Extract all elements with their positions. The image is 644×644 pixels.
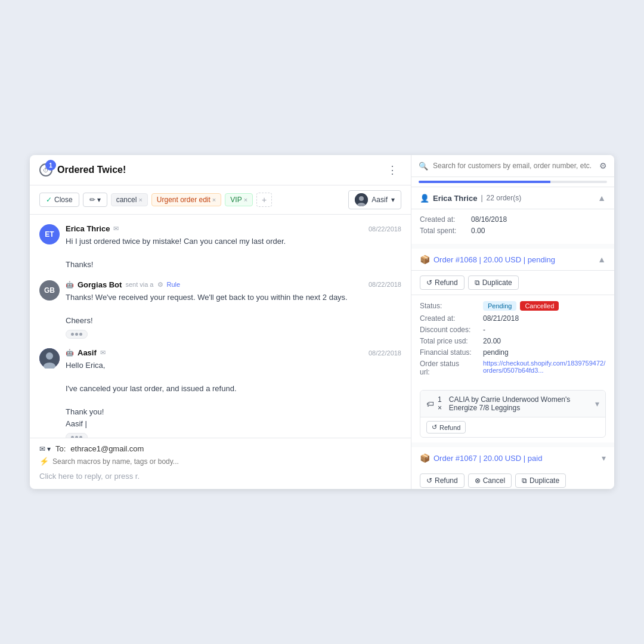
aasif-email-icon: ✉ xyxy=(100,349,106,357)
progress-fill xyxy=(419,181,550,183)
customer-name[interactable]: Erica Thrice xyxy=(433,194,477,203)
email-icon-btn: ✉ xyxy=(39,445,45,453)
order-url-link-1068[interactable]: https://checkout.shopify.com/1839759472/… xyxy=(483,360,606,374)
customer-panel: 🔍 ⚙ 👤 Erica Thrice | 22 order(s) ▲ xyxy=(411,155,614,489)
bot-time: 08/22/2018 xyxy=(369,281,401,288)
settings-icon[interactable]: ⚙ xyxy=(599,161,607,171)
product-info-1068: 🏷 1 × CALIA by Carrie Underwood Women's … xyxy=(426,395,595,412)
badge-cancelled-1068: Cancelled xyxy=(520,301,559,311)
refund-label-1068: Refund xyxy=(435,278,458,287)
order-1068-duplicate-button[interactable]: ⧉ Duplicate xyxy=(468,275,519,290)
order-1067-link[interactable]: Order #1067 | 20.00 USD | paid xyxy=(434,454,542,463)
email-type-button[interactable]: ✉ ▾ xyxy=(39,445,51,453)
erica-email-icon: ✉ xyxy=(113,225,119,233)
order-1067-cancel-button[interactable]: ⊗ Cancel xyxy=(468,473,512,488)
total-spent-value: 0.00 xyxy=(471,227,485,235)
check-icon: ✓ xyxy=(46,196,52,204)
total-spent-label: Total spent: xyxy=(420,227,467,235)
search-icon: 🔍 xyxy=(419,162,428,171)
macro-search-input[interactable] xyxy=(52,457,401,466)
order-url-label-1068: Order statusurl: xyxy=(420,360,479,376)
aasif-name: Aasif xyxy=(78,348,97,357)
aasif-time: 08/22/2018 xyxy=(369,349,401,357)
pencil-icon: ✏ xyxy=(89,196,95,204)
product-collapse-button-1068[interactable]: ▾ xyxy=(595,399,599,408)
customer-orders-count: 22 order(s) xyxy=(487,194,522,202)
message-bot: GB 🤖 Gorgias Bot sent via a ⚙ Rule 08/22… xyxy=(39,280,401,339)
aasif-message-body: 🤖 Aasif ✉ 08/22/2018 Hello Erica, I've c… xyxy=(66,348,401,438)
edit-button[interactable]: ✏ ▾ xyxy=(83,193,107,207)
refund-icon-1067: ↺ xyxy=(426,476,432,485)
conversation-panel: ⏱ 1 Ordered Twice! ⋮ ✓ Close ✏ ▾ cancel … xyxy=(30,155,411,489)
erica-avatar: ET xyxy=(39,224,60,244)
total-spent-row: Total spent: 0.00 xyxy=(420,227,606,235)
close-button[interactable]: ✓ Close xyxy=(39,193,79,207)
created-at-row-1068: Created at: 08/21/2018 xyxy=(420,314,606,323)
macro-row: ⚡ xyxy=(39,457,401,466)
order-1067-refund-button[interactable]: ↺ Refund xyxy=(420,473,465,488)
duplicate-label-1068: Duplicate xyxy=(482,278,512,287)
duplicate-icon-1067: ⧉ xyxy=(522,476,527,485)
order-1068-refund-button[interactable]: ↺ Refund xyxy=(420,275,465,290)
header-left: ⏱ 1 Ordered Twice! xyxy=(39,163,126,177)
order-1067-actions: ↺ Refund ⊗ Cancel ⧉ Duplicate xyxy=(411,469,614,489)
bot-avatar: GB xyxy=(39,280,60,301)
total-price-value-1068: 20.00 xyxy=(483,337,501,345)
order-1067-duplicate-button[interactable]: ⧉ Duplicate xyxy=(515,473,566,488)
rule-link[interactable]: Rule xyxy=(167,281,181,288)
order-created-label-1068: Created at: xyxy=(420,314,479,323)
duplicate-label-1067: Duplicate xyxy=(530,476,559,485)
erica-time: 08/22/2018 xyxy=(369,225,401,233)
main-window: ⏱ 1 Ordered Twice! ⋮ ✓ Close ✏ ▾ cancel … xyxy=(30,155,614,489)
cancel-icon-1067: ⊗ xyxy=(475,476,481,485)
reply-to-row: ✉ ▾ To: ethrace1@gmail.com xyxy=(39,444,401,453)
edit-chevron: ▾ xyxy=(97,196,101,204)
customer-section: 👤 Erica Thrice | 22 order(s) ▲ Created a… xyxy=(411,187,614,244)
agent-selector-button[interactable]: Aasif ▾ xyxy=(348,190,401,209)
toolbar: ✓ Close ✏ ▾ cancel × Urgent order edit ×… xyxy=(30,185,411,215)
aasif-avatar xyxy=(39,348,60,369)
created-at-value: 08/16/2018 xyxy=(471,215,507,224)
created-at-row: Created at: 08/16/2018 xyxy=(420,215,606,224)
reply-to-email: ethrace1@gmail.com xyxy=(70,444,144,453)
order-1068-link[interactable]: Order #1068 | 20.00 USD | pending xyxy=(434,255,555,264)
cancel-label-1067: Cancel xyxy=(483,476,505,485)
bot-name: Gorgias Bot xyxy=(78,280,122,289)
bot-dots xyxy=(66,330,88,339)
more-options-button[interactable]: ⋮ xyxy=(383,162,401,178)
orders-count: | xyxy=(481,194,482,202)
erica-meta: Erica Thrice ✉ 08/22/2018 xyxy=(66,224,401,233)
tag-cancel-remove[interactable]: × xyxy=(138,196,142,203)
order-1068-collapse-button[interactable]: ▲ xyxy=(597,255,606,264)
order-1067-section: 📦 Order #1067 | 20.00 USD | paid ▾ ↺ Ref… xyxy=(411,447,614,489)
dot3 xyxy=(79,333,82,336)
bot-message-body: 🤖 Gorgias Bot sent via a ⚙ Rule 08/22/20… xyxy=(66,280,401,339)
tag-urgent-remove[interactable]: × xyxy=(212,196,216,203)
order-1067-collapse-button[interactable]: ▾ xyxy=(602,453,606,463)
refund-label-1067: Refund xyxy=(435,476,458,485)
order-1068-details: Status: Pending Cancelled Created at: 08… xyxy=(411,295,614,385)
bot-sent-via: sent via a xyxy=(125,281,153,288)
reply-placeholder[interactable]: Click here to reply, or press r. xyxy=(39,469,401,483)
customer-details: Created at: 08/16/2018 Total spent: 0.00 xyxy=(411,209,614,244)
financial-status-label-1068: Financial status: xyxy=(420,348,479,357)
customer-collapse-button[interactable]: ▲ xyxy=(597,193,606,203)
close-label: Close xyxy=(54,196,73,204)
status-row-1068: Status: Pending Cancelled xyxy=(420,301,606,311)
order-1068-section: 📦 Order #1068 | 20.00 USD | pending ▲ ↺ … xyxy=(411,249,614,442)
lightning-icon: ⚡ xyxy=(39,457,49,466)
tag-vip-remove[interactable]: × xyxy=(244,196,247,203)
order-1068-header: 📦 Order #1068 | 20.00 USD | pending ▲ xyxy=(411,249,614,271)
tag-urgent-label: Urgent order edit xyxy=(157,196,210,204)
customer-search-input[interactable] xyxy=(433,162,595,170)
product-name-1068: CALIA by Carrie Underwood Women's Energi… xyxy=(449,395,595,412)
discount-label-1068: Discount codes: xyxy=(420,326,479,334)
package-icon-1067: 📦 xyxy=(420,453,430,463)
message-erica: ET Erica Thrice ✉ 08/22/2018 Hi I just o… xyxy=(39,224,401,271)
product-section-1068: 🏷 1 × CALIA by Carrie Underwood Women's … xyxy=(420,390,606,438)
tag-vip: VIP × xyxy=(225,193,253,206)
bot-meta: 🤖 Gorgias Bot sent via a ⚙ Rule 08/22/20… xyxy=(66,280,401,289)
add-tag-button[interactable]: + xyxy=(256,193,272,207)
product-icon-1068: 🏷 xyxy=(426,400,434,408)
product-refund-button-1068[interactable]: ↺ Refund xyxy=(426,421,466,434)
